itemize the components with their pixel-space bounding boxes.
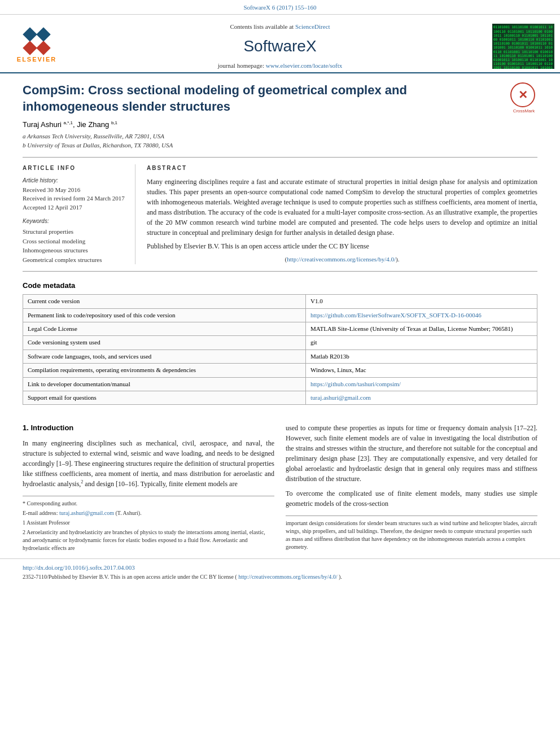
metadata-label-5: Compilation requirements, operating envi… (23, 364, 306, 377)
table-row: Legal Code License MATLAB Site-License (… (23, 322, 537, 335)
email-link[interactable]: turaj.ashuri@gmail.com (310, 394, 371, 401)
footnote-email: E-mail address: turaj.ashuri@gmail.com (… (23, 509, 274, 517)
cc-link[interactable]: http://creativecommons.org/licenses/by/4… (287, 256, 396, 263)
author-jie: Jie Zhang b,1 (77, 120, 117, 129)
affiliations: a Arkansas Tech University, Russellville… (23, 132, 537, 150)
cc-link-line: (http://creativecommons.org/licenses/by/… (147, 255, 537, 264)
metadata-value-7: turaj.ashuri@gmail.com (306, 391, 537, 404)
table-row: Permanent link to code/repository used o… (23, 308, 537, 322)
table-row: Compilation requirements, operating envi… (23, 364, 537, 377)
introduction-text-left: In many engineering disciplines such as … (23, 438, 274, 489)
article-title: CompSim: Cross sectional modeling of geo… (23, 82, 510, 115)
code-metadata-title: Code metadata (23, 281, 537, 291)
metadata-value-6: https://github.com/tashuri/compsim/ (306, 377, 537, 391)
keywords-label: Keywords: (23, 217, 126, 225)
metadata-label-0: Current code version (23, 295, 306, 308)
homepage-link[interactable]: www.elsevier.com/locate/softx (266, 62, 343, 69)
issn-line: 2352-7110/Published by Elsevier B.V. Thi… (23, 573, 537, 581)
header-center: Contents lists available at ScienceDirec… (73, 20, 487, 72)
authors-line: Turaj Ashuri a,*,1, Jie Zhang b,1 (23, 120, 537, 130)
affiliation-a: a Arkansas Tech University, Russellville… (23, 132, 537, 141)
accepted-date: Accepted 12 April 2017 (23, 203, 126, 212)
sciencedirect-link[interactable]: ScienceDirect (295, 23, 330, 30)
author-email-link[interactable]: turaj.ashuri@gmail.com (59, 510, 114, 516)
metadata-label-3: Code versioning system used (23, 336, 306, 350)
introduction-text-right: used to compute these properties as inpu… (286, 423, 537, 509)
diamond-4 (36, 41, 50, 55)
header-right: 01101001 10110100 01001011 10100110 0110… (487, 20, 560, 72)
keyword-3: Inhomogeneous structures (23, 246, 126, 255)
body-two-col: 1. Introduction In many engineering disc… (0, 414, 560, 553)
journal-title: SoftwareX (243, 35, 316, 57)
email-label: E-mail address: (23, 510, 59, 516)
footnote-1: 1 Assistant Professor (23, 519, 274, 527)
received-date: Received 30 May 2016 (23, 186, 126, 194)
matrix-text-overlay: 01101001 10110100 01001011 10100110 0110… (492, 24, 554, 69)
intro-para-right-1: used to compute these properties as inpu… (286, 423, 537, 484)
article-info-label: ARTICLE INFO (23, 164, 126, 172)
header-section: ELSEVIER Contents lists available at Sci… (0, 15, 560, 73)
crossmark-badge[interactable]: CrossMark (510, 82, 537, 110)
keyword-1: Structural properties (23, 227, 126, 237)
metadata-value-1: https://github.com/ElsevierSoftwareX/SOF… (306, 308, 537, 322)
article-info-abstract-section: ARTICLE INFO Article history: Received 3… (23, 157, 537, 272)
keyword-4: Geometrical complex structures (23, 255, 126, 265)
doi-line: http://dx.doi.org/10.1016/j.softx.2017.0… (23, 563, 537, 572)
homepage-line: journal homepage: www.elsevier.com/locat… (218, 62, 342, 70)
metadata-label-6: Link to developer documentation/manual (23, 377, 306, 391)
issn-end: ). (339, 574, 342, 580)
doi-link[interactable]: http://dx.doi.org/10.1016/j.softx.2017.0… (23, 564, 135, 571)
table-row: Link to developer documentation/manual h… (23, 377, 537, 391)
header-left: ELSEVIER (0, 20, 73, 72)
table-row: Software code languages, tools, and serv… (23, 350, 537, 363)
contents-text: Contents lists available at (230, 23, 294, 30)
code-metadata-section: Code metadata Current code version V1.0 … (0, 281, 560, 405)
cc-text: Published by Elsevier B.V. This is an op… (147, 242, 369, 250)
logo-diamonds (25, 29, 49, 40)
email-author: (T. Ashuri). (115, 510, 141, 516)
page: SoftwareX 6 (2017) 155–160 ELSEVIER Cont… (0, 0, 560, 583)
homepage-text: journal homepage: (218, 62, 264, 69)
keywords-group: Keywords: Structural properties Cross se… (23, 217, 126, 264)
footnote-2: 2 Aeroelasticity and hydroelasticity are… (23, 528, 274, 552)
metadata-label-1: Permanent link to code/repository used o… (23, 308, 306, 322)
repo-link[interactable]: https://github.com/ElsevierSoftwareX/SOF… (310, 312, 482, 318)
intro-para-right-2: To overcome the complicated use of finit… (286, 488, 537, 509)
keyword-2: Cross sectional modeling (23, 237, 126, 246)
abstract-label: ABSTRACT (147, 164, 537, 172)
metadata-value-0: V1.0 (306, 295, 537, 308)
body-right: used to compute these properties as inpu… (286, 423, 537, 553)
diamond-3 (23, 41, 37, 55)
abstract-paragraph-1: Many engineering disciplines require a f… (147, 177, 537, 238)
issn-link[interactable]: http://creativecommons.org/licenses/by/4… (238, 574, 337, 580)
introduction-heading: 1. Introduction (23, 423, 274, 433)
elsevier-logo: ELSEVIER (17, 29, 56, 64)
article-history: Article history: Received 30 May 2016 Re… (23, 177, 126, 212)
elsevier-wordmark: ELSEVIER (17, 55, 56, 64)
abstract-column: ABSTRACT Many engineering disciplines re… (135, 164, 537, 264)
contents-line: Contents lists available at ScienceDirec… (230, 23, 330, 31)
affiliation-b: b University of Texas at Dallas, Richard… (23, 141, 537, 150)
metadata-table: Current code version V1.0 Permanent link… (23, 294, 537, 405)
docs-link[interactable]: https://github.com/tashuri/compsim/ (310, 381, 401, 387)
metadata-label-4: Software code languages, tools, and serv… (23, 350, 306, 363)
metadata-value-5: Windows, Linux, Mac (306, 364, 537, 377)
crossmark-label: CrossMark (510, 108, 537, 114)
article-title-row: CompSim: Cross sectional modeling of geo… (23, 82, 537, 115)
metadata-label-2: Legal Code License (23, 322, 306, 335)
bottom-bar: http://dx.doi.org/10.1016/j.softx.2017.0… (0, 558, 560, 583)
main-content: CompSim: Cross sectional modeling of geo… (0, 73, 560, 272)
author-turaj: Turaj Ashuri a,*,1, (23, 120, 77, 129)
crossmark-icon (510, 82, 535, 107)
footnote-section-left: * Corresponding author. E-mail address: … (23, 496, 274, 552)
abstract-cc: Published by Elsevier B.V. This is an op… (147, 241, 537, 251)
metadata-label-7: Support email for questions (23, 391, 306, 404)
metadata-value-4: Matlab R2013b (306, 350, 537, 363)
diamond-2 (36, 27, 50, 41)
footnote-right-text: important design considerations for slen… (286, 519, 537, 551)
table-row: Support email for questions turaj.ashuri… (23, 391, 537, 404)
metadata-value-2: MATLAB Site-License (University of Texas… (306, 322, 537, 335)
footnote-corresponding: * Corresponding author. (23, 500, 274, 508)
history-label: Article history: (23, 177, 126, 185)
metadata-value-3: git (306, 336, 537, 350)
